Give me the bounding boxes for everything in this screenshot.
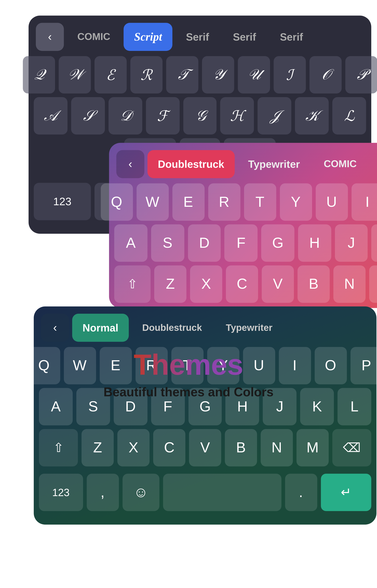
key-g[interactable]: 𝒢 [183, 97, 217, 135]
key-123-3[interactable]: 123 [39, 474, 83, 511]
key-enter3[interactable]: ↵ [320, 474, 371, 511]
key-s[interactable]: 𝒮 [71, 97, 105, 135]
key-backspace3[interactable]: ⌫ [332, 429, 371, 467]
key-z2[interactable]: Z [154, 265, 186, 303]
kb2-back-button[interactable]: ‹ [116, 150, 144, 178]
key-y[interactable]: 𝒴 [202, 56, 234, 94]
key-e2[interactable]: E [172, 183, 204, 221]
key-o[interactable]: 𝒪 [309, 56, 341, 94]
kb2-row1: Q W E R T Y U I O P [114, 183, 377, 221]
kb2-tab-comic[interactable]: COMIC [313, 150, 367, 178]
key-x2[interactable]: X [190, 265, 222, 303]
keyboard-2: ‹ Doublestruck Typewriter COMIC Q W E R … [109, 143, 377, 308]
key-g2[interactable]: G [261, 224, 294, 262]
kb2-tab-typewriter[interactable]: Typewriter [238, 150, 310, 178]
key-t[interactable]: 𝒯 [166, 56, 198, 94]
key-x3[interactable]: X [117, 429, 150, 467]
key-period3[interactable]: . [285, 474, 317, 511]
key-a2[interactable]: A [114, 224, 147, 262]
key-t2[interactable]: T [244, 183, 276, 221]
key-m3[interactable]: M [296, 429, 329, 467]
kb1-back-button[interactable]: ‹ [36, 23, 64, 51]
kb3-row3: ⇧ Z X C V B N M ⌫ [39, 429, 371, 467]
key-y2[interactable]: Y [280, 183, 312, 221]
key-q[interactable]: 𝒬 [23, 56, 55, 94]
kb1-row1: 𝒬 𝒲 ℰ ℛ 𝒯 𝒴 𝒰 ℐ 𝒪 𝒫 [34, 56, 366, 94]
key-q2[interactable]: Q [101, 183, 133, 221]
kb1-tab-script[interactable]: Script [124, 23, 173, 51]
key-l[interactable]: ℒ [332, 97, 366, 135]
key-123[interactable]: 123 [34, 183, 91, 220]
kb2-rows: Q W E R T Y U I O P A S D [114, 183, 377, 308]
kb1-tab-serif3[interactable]: Serif [270, 23, 314, 51]
kb1-tab-serif1[interactable]: Serif [176, 23, 219, 51]
key-r2[interactable]: R [208, 183, 240, 221]
key-shift2[interactable]: ⇧ [114, 265, 151, 303]
key-p[interactable]: 𝒫 [345, 56, 377, 94]
key-u[interactable]: 𝒰 [237, 56, 270, 94]
key-j2[interactable]: J [335, 224, 368, 262]
key-space3[interactable] [163, 474, 281, 511]
key-emoji3[interactable]: ☺ [122, 474, 159, 511]
key-w[interactable]: 𝒲 [59, 56, 91, 94]
key-w2[interactable]: W [136, 183, 168, 221]
kb1-tab-row: ‹ COMIC Script Serif Serif Serif [34, 23, 366, 51]
kb1-tab-serif2[interactable]: Serif [223, 23, 267, 51]
key-c3[interactable]: C [153, 429, 185, 467]
key-b2[interactable]: B [297, 265, 330, 303]
key-f2[interactable]: F [224, 224, 258, 262]
key-n3[interactable]: N [261, 429, 293, 467]
themes-title: Themes [134, 349, 243, 381]
kb3-row4: 123 , ☺ . ↵ [39, 474, 371, 515]
page-container: ‹ COMIC Script Serif Serif Serif 𝒬 𝒲 ℰ ℛ… [0, 0, 377, 588]
themes-section: Themes Beautiful themes and Colors [0, 337, 377, 415]
keyboards-area: ‹ COMIC Script Serif Serif Serif 𝒬 𝒲 ℰ ℛ… [0, 0, 377, 337]
key-shift3[interactable]: ⇧ [39, 429, 78, 467]
themes-subtitle: Beautiful themes and Colors [104, 385, 273, 399]
key-e[interactable]: ℰ [94, 56, 126, 94]
key-f[interactable]: ℱ [146, 97, 179, 135]
kb1-tab-comic[interactable]: COMIC [67, 23, 121, 51]
key-c2[interactable]: C [226, 265, 258, 303]
key-n2[interactable]: N [333, 265, 365, 303]
key-r[interactable]: ℛ [130, 56, 162, 94]
kb2-tab-row: ‹ Doublestruck Typewriter COMIC [114, 150, 377, 178]
key-h[interactable]: ℋ [220, 97, 254, 135]
key-v2[interactable]: V [262, 265, 294, 303]
key-i[interactable]: ℐ [273, 56, 306, 94]
key-i2[interactable]: I [351, 183, 377, 221]
key-d2[interactable]: D [188, 224, 221, 262]
key-v3[interactable]: V [189, 429, 221, 467]
key-z3[interactable]: Z [82, 429, 114, 467]
key-m2[interactable]: M [369, 265, 377, 303]
kb2-tab-doublestruck[interactable]: Doublestruck [148, 150, 235, 178]
key-b3[interactable]: B [225, 429, 257, 467]
key-j[interactable]: 𝒥 [258, 97, 291, 135]
key-k[interactable]: 𝒦 [295, 97, 329, 135]
key-a[interactable]: 𝒜 [34, 97, 67, 135]
scale-wrapper: ‹ COMIC Script Serif Serif Serif 𝒬 𝒲 ℰ ℛ… [0, 0, 377, 588]
key-k2[interactable]: K [372, 224, 377, 262]
key-u2[interactable]: U [316, 183, 348, 221]
kb2-row3: ⇧ Z X C V B N M ⌫ [114, 265, 377, 308]
kb1-row2: 𝒜 𝒮 𝒟 ℱ 𝒢 ℋ 𝒥 𝒦 ℒ [34, 97, 366, 135]
key-d[interactable]: 𝒟 [108, 97, 142, 135]
key-s2[interactable]: S [151, 224, 184, 262]
key-h2[interactable]: H [298, 224, 331, 262]
kb2-row2: A S D F G H J K L [114, 224, 377, 262]
key-comma3[interactable]: , [86, 474, 118, 511]
